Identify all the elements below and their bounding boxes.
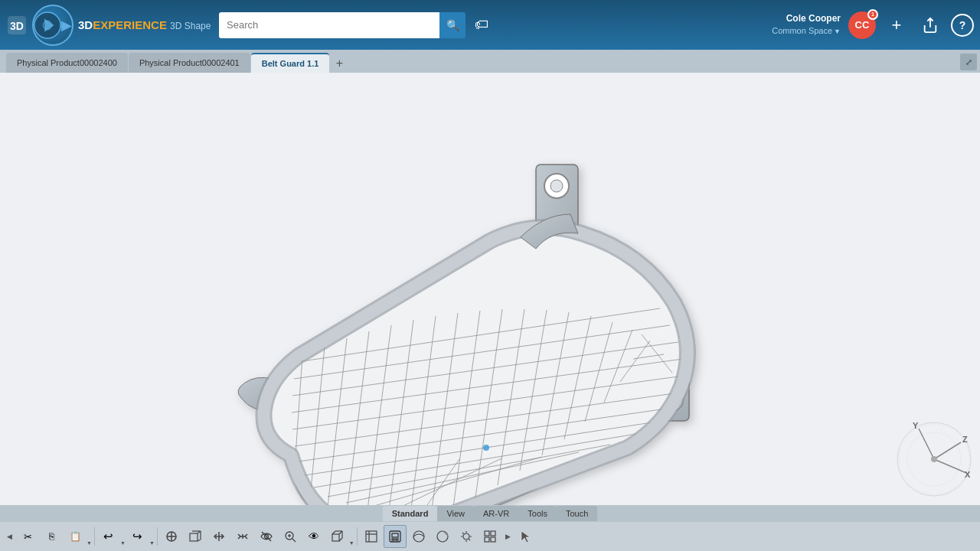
toolbar-tab-view[interactable]: View <box>437 506 474 521</box>
grid-view-button[interactable] <box>479 525 501 548</box>
tag-button[interactable]: 🏷 <box>469 12 495 38</box>
search-button[interactable]: 🔍 <box>439 12 466 38</box>
cut-button[interactable]: ✂ <box>16 525 39 548</box>
svg-line-52 <box>934 459 966 473</box>
display-mode-button[interactable] <box>407 525 430 548</box>
chevron-down-icon: ▼ <box>834 27 841 37</box>
svg-line-95 <box>469 540 470 541</box>
avatar-initials: CC <box>855 19 870 31</box>
share-button[interactable] <box>917 12 943 38</box>
svg-line-63 <box>198 540 201 541</box>
add-button[interactable]: + <box>884 12 910 38</box>
svg-rect-97 <box>491 531 495 536</box>
user-space[interactable]: Common Space ▼ <box>772 25 841 37</box>
geometry-button[interactable] <box>184 525 207 548</box>
fly-button[interactable]: 👁 <box>302 525 325 548</box>
svg-line-50 <box>934 442 961 459</box>
svg-point-89 <box>463 533 469 540</box>
user-name: Cole Cooper <box>772 12 841 25</box>
material-button[interactable] <box>431 525 454 548</box>
cursor-indicator <box>518 529 534 544</box>
paste-dropdown-arrow[interactable]: ▼ <box>87 540 92 546</box>
view-tree-button[interactable] <box>360 525 383 548</box>
copy-button[interactable]: ⎘ <box>40 525 63 548</box>
fit-all-button[interactable] <box>160 525 183 548</box>
lighting-button[interactable] <box>455 525 478 548</box>
svg-rect-86 <box>396 539 398 540</box>
svg-rect-96 <box>485 531 489 536</box>
hide-button[interactable] <box>255 525 278 548</box>
toolbar-scroll-right[interactable]: ▶ <box>502 523 514 549</box>
svg-rect-74 <box>332 534 339 541</box>
add-tab-button[interactable]: + <box>330 54 348 73</box>
svg-line-48 <box>919 429 934 459</box>
app-logo-icon[interactable] <box>32 5 74 46</box>
user-info: Cole Cooper Common Space ▼ <box>772 12 841 37</box>
toolbar-tab-arvr[interactable]: AR-VR <box>474 506 518 521</box>
tag-icon: 🏷 <box>475 17 488 33</box>
bottom-toolbar: Standard View AR-VR Tools Touch ◀ ✂ ⎘ 📋 … <box>0 505 980 551</box>
viewport[interactable]: Y Z X <box>0 73 980 505</box>
app-title: 3DEXPERIENCE 3D Shape <box>78 18 211 31</box>
tabs-bar: Physical Product00002400 Physical Produc… <box>0 50 980 73</box>
svg-rect-99 <box>491 537 495 542</box>
svg-point-54 <box>931 456 937 462</box>
svg-line-77 <box>339 538 342 541</box>
toolbar-icons: ◀ ✂ ⎘ 📋 ▼ ↩ ▼ ↪ ▼ <box>0 522 980 551</box>
header: 3D 3DEXPERIENCE 3D Shape 🔍 🏷 Cole Cooper <box>0 0 980 50</box>
svg-point-7 <box>550 180 563 192</box>
svg-rect-80 <box>366 531 377 542</box>
svg-text:3D: 3D <box>10 20 24 32</box>
svg-point-45 <box>483 445 489 451</box>
paste-button[interactable]: 📋 <box>64 525 87 548</box>
svg-rect-98 <box>485 537 489 542</box>
3d-model <box>0 73 980 505</box>
user-avatar[interactable]: CC 1 <box>848 11 876 39</box>
compass: Y Z X <box>896 421 972 497</box>
search-container: 🔍 🏷 <box>219 12 495 38</box>
svg-line-94 <box>462 533 464 534</box>
undo-button[interactable]: ↩ <box>97 525 120 548</box>
cube-button[interactable] <box>326 525 349 548</box>
toolbar-scroll-left[interactable]: ◀ <box>3 523 15 549</box>
fullscreen-button[interactable]: ⤢ <box>960 54 977 70</box>
search-icon: 🔍 <box>446 19 459 31</box>
undo-dropdown-arrow[interactable]: ▼ <box>120 540 126 546</box>
toolbar-tab-tools[interactable]: Tools <box>518 506 557 521</box>
tab-product-2400[interactable]: Physical Product00002400 <box>6 53 128 73</box>
search-input[interactable] <box>219 12 439 38</box>
toolbar-tab-standard[interactable]: Standard <box>383 506 438 521</box>
tab-belt-guard[interactable]: Belt Guard 1.1 <box>251 53 330 73</box>
svg-text:Y: Y <box>913 421 919 430</box>
svg-rect-83 <box>390 531 400 542</box>
header-right: Cole Cooper Common Space ▼ CC 1 + ? <box>772 11 974 39</box>
tab-product-2401[interactable]: Physical Product00002401 <box>129 53 250 73</box>
expand-icon: ⤢ <box>965 57 972 67</box>
redo-dropdown-arrow[interactable]: ▼ <box>149 540 155 546</box>
svg-marker-100 <box>521 531 530 543</box>
expand-button[interactable] <box>207 525 230 548</box>
svg-rect-84 <box>392 533 398 537</box>
toolbar-tabs: Standard View AR-VR Tools Touch <box>0 505 980 522</box>
logo-area: 3D 3DEXPERIENCE 3D Shape <box>6 5 213 46</box>
svg-rect-59 <box>190 533 198 541</box>
cube-dropdown-arrow[interactable]: ▼ <box>349 540 354 546</box>
redo-button[interactable]: ↪ <box>126 525 149 548</box>
zoom-button[interactable] <box>279 525 302 548</box>
avatar-badge: 1 <box>867 9 878 20</box>
svg-line-71 <box>292 539 296 542</box>
ds-logo-icon[interactable]: 3D <box>6 15 28 36</box>
help-button[interactable]: ? <box>951 14 974 37</box>
render-view-button[interactable] <box>384 525 407 548</box>
toolbar-tab-touch[interactable]: Touch <box>557 506 597 521</box>
collapse-button[interactable] <box>231 525 254 548</box>
svg-rect-85 <box>392 539 394 540</box>
